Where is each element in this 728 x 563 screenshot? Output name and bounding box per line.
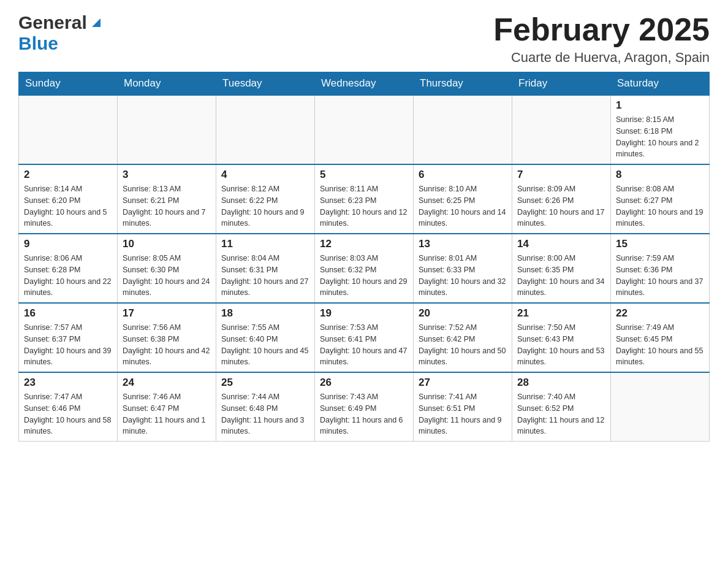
day-number: 23: [24, 377, 112, 389]
day-number: 14: [517, 238, 605, 250]
day-number: 12: [320, 238, 408, 250]
day-info: Sunrise: 7:56 AM Sunset: 6:38 PM Dayligh…: [123, 322, 211, 368]
calendar-cell: 26Sunrise: 7:43 AM Sunset: 6:49 PM Dayli…: [315, 372, 414, 442]
day-number: 16: [24, 307, 112, 320]
day-number: 7: [517, 169, 605, 181]
location: Cuarte de Huerva, Aragon, Spain: [493, 50, 710, 66]
day-info: Sunrise: 8:10 AM Sunset: 6:25 PM Dayligh…: [419, 183, 507, 229]
day-header-saturday: Saturday: [611, 72, 710, 96]
logo-triangle-icon: [89, 16, 103, 32]
calendar-cell: 11Sunrise: 8:04 AM Sunset: 6:31 PM Dayli…: [216, 234, 315, 303]
day-info: Sunrise: 8:14 AM Sunset: 6:20 PM Dayligh…: [24, 183, 112, 229]
day-number: 2: [24, 169, 112, 181]
day-number: 13: [419, 238, 507, 250]
month-title: February 2025: [493, 12, 710, 47]
day-info: Sunrise: 7:52 AM Sunset: 6:42 PM Dayligh…: [419, 322, 507, 368]
day-info: Sunrise: 7:49 AM Sunset: 6:45 PM Dayligh…: [616, 322, 704, 368]
calendar-week-row: 9Sunrise: 8:06 AM Sunset: 6:28 PM Daylig…: [19, 234, 710, 303]
day-info: Sunrise: 7:40 AM Sunset: 6:52 PM Dayligh…: [517, 391, 605, 437]
calendar-cell: 28Sunrise: 7:40 AM Sunset: 6:52 PM Dayli…: [512, 372, 611, 442]
calendar-cell: [19, 95, 118, 164]
calendar-cell: [414, 95, 512, 164]
day-info: Sunrise: 8:05 AM Sunset: 6:30 PM Dayligh…: [123, 253, 211, 299]
day-info: Sunrise: 7:46 AM Sunset: 6:47 PM Dayligh…: [123, 391, 211, 437]
day-header-sunday: Sunday: [19, 72, 118, 96]
day-info: Sunrise: 8:15 AM Sunset: 6:18 PM Dayligh…: [616, 114, 704, 160]
calendar-week-row: 23Sunrise: 7:47 AM Sunset: 6:46 PM Dayli…: [19, 372, 710, 442]
day-header-thursday: Thursday: [414, 72, 512, 96]
calendar-cell: 24Sunrise: 7:46 AM Sunset: 6:47 PM Dayli…: [118, 372, 216, 442]
calendar-cell: 9Sunrise: 8:06 AM Sunset: 6:28 PM Daylig…: [19, 234, 118, 303]
calendar-cell: 20Sunrise: 7:52 AM Sunset: 6:42 PM Dayli…: [414, 303, 512, 372]
calendar-cell: 6Sunrise: 8:10 AM Sunset: 6:25 PM Daylig…: [414, 164, 512, 234]
day-info: Sunrise: 8:06 AM Sunset: 6:28 PM Dayligh…: [24, 253, 112, 299]
day-header-tuesday: Tuesday: [216, 72, 315, 96]
day-info: Sunrise: 8:01 AM Sunset: 6:33 PM Dayligh…: [419, 253, 507, 299]
calendar-cell: 16Sunrise: 7:57 AM Sunset: 6:37 PM Dayli…: [19, 303, 118, 372]
calendar-cell: 27Sunrise: 7:41 AM Sunset: 6:51 PM Dayli…: [414, 372, 512, 442]
day-number: 9: [24, 238, 112, 250]
calendar-cell: 8Sunrise: 8:08 AM Sunset: 6:27 PM Daylig…: [611, 164, 710, 234]
day-number: 22: [616, 307, 704, 320]
calendar-cell: [512, 95, 611, 164]
day-info: Sunrise: 8:00 AM Sunset: 6:35 PM Dayligh…: [517, 253, 605, 299]
day-header-friday: Friday: [512, 72, 611, 96]
calendar-cell: [216, 95, 315, 164]
calendar-cell: 13Sunrise: 8:01 AM Sunset: 6:33 PM Dayli…: [414, 234, 512, 303]
day-number: 6: [419, 169, 507, 181]
calendar-cell: 18Sunrise: 7:55 AM Sunset: 6:40 PM Dayli…: [216, 303, 315, 372]
day-info: Sunrise: 8:03 AM Sunset: 6:32 PM Dayligh…: [320, 253, 408, 299]
calendar-cell: 21Sunrise: 7:50 AM Sunset: 6:43 PM Dayli…: [512, 303, 611, 372]
day-number: 1: [616, 99, 704, 112]
page-header: General Blue February 2025 Cuarte de Hue…: [18, 12, 710, 66]
logo-blue-text: Blue: [18, 33, 58, 53]
day-info: Sunrise: 7:57 AM Sunset: 6:37 PM Dayligh…: [24, 322, 112, 368]
day-info: Sunrise: 7:44 AM Sunset: 6:48 PM Dayligh…: [221, 391, 309, 437]
svg-marker-0: [92, 18, 100, 27]
day-number: 28: [517, 377, 605, 389]
calendar-week-row: 1Sunrise: 8:15 AM Sunset: 6:18 PM Daylig…: [19, 95, 710, 164]
day-info: Sunrise: 7:43 AM Sunset: 6:49 PM Dayligh…: [320, 391, 408, 437]
day-number: 25: [221, 377, 309, 389]
day-info: Sunrise: 7:55 AM Sunset: 6:40 PM Dayligh…: [221, 322, 309, 368]
calendar-cell: [611, 372, 710, 442]
calendar-cell: 22Sunrise: 7:49 AM Sunset: 6:45 PM Dayli…: [611, 303, 710, 372]
calendar-cell: 12Sunrise: 8:03 AM Sunset: 6:32 PM Dayli…: [315, 234, 414, 303]
calendar-cell: 10Sunrise: 8:05 AM Sunset: 6:30 PM Dayli…: [118, 234, 216, 303]
day-number: 18: [221, 307, 309, 320]
day-number: 5: [320, 169, 408, 181]
day-info: Sunrise: 7:50 AM Sunset: 6:43 PM Dayligh…: [517, 322, 605, 368]
calendar-cell: 4Sunrise: 8:12 AM Sunset: 6:22 PM Daylig…: [216, 164, 315, 234]
calendar-cell: 2Sunrise: 8:14 AM Sunset: 6:20 PM Daylig…: [19, 164, 118, 234]
day-info: Sunrise: 8:04 AM Sunset: 6:31 PM Dayligh…: [221, 253, 309, 299]
day-header-wednesday: Wednesday: [315, 72, 414, 96]
title-block: February 2025 Cuarte de Huerva, Aragon, …: [493, 12, 710, 66]
day-info: Sunrise: 8:08 AM Sunset: 6:27 PM Dayligh…: [616, 183, 704, 229]
calendar-cell: [118, 95, 216, 164]
day-number: 4: [221, 169, 309, 181]
day-info: Sunrise: 7:41 AM Sunset: 6:51 PM Dayligh…: [419, 391, 507, 437]
day-number: 15: [616, 238, 704, 250]
day-info: Sunrise: 8:13 AM Sunset: 6:21 PM Dayligh…: [123, 183, 211, 229]
calendar-header-row: SundayMondayTuesdayWednesdayThursdayFrid…: [19, 72, 710, 96]
day-number: 10: [123, 238, 211, 250]
calendar-cell: 1Sunrise: 8:15 AM Sunset: 6:18 PM Daylig…: [611, 95, 710, 164]
day-number: 20: [419, 307, 507, 320]
calendar-cell: 7Sunrise: 8:09 AM Sunset: 6:26 PM Daylig…: [512, 164, 611, 234]
calendar-cell: 19Sunrise: 7:53 AM Sunset: 6:41 PM Dayli…: [315, 303, 414, 372]
day-number: 24: [123, 377, 211, 389]
calendar-cell: 5Sunrise: 8:11 AM Sunset: 6:23 PM Daylig…: [315, 164, 414, 234]
calendar-cell: 3Sunrise: 8:13 AM Sunset: 6:21 PM Daylig…: [118, 164, 216, 234]
day-number: 8: [616, 169, 704, 181]
day-number: 21: [517, 307, 605, 320]
day-number: 17: [123, 307, 211, 320]
calendar-cell: 15Sunrise: 7:59 AM Sunset: 6:36 PM Dayli…: [611, 234, 710, 303]
day-info: Sunrise: 7:53 AM Sunset: 6:41 PM Dayligh…: [320, 322, 408, 368]
day-info: Sunrise: 8:12 AM Sunset: 6:22 PM Dayligh…: [221, 183, 309, 229]
calendar-table: SundayMondayTuesdayWednesdayThursdayFrid…: [18, 72, 710, 442]
day-info: Sunrise: 8:11 AM Sunset: 6:23 PM Dayligh…: [320, 183, 408, 229]
logo-general-text: General: [18, 12, 87, 33]
day-number: 11: [221, 238, 309, 250]
day-number: 3: [123, 169, 211, 181]
calendar-cell: 14Sunrise: 8:00 AM Sunset: 6:35 PM Dayli…: [512, 234, 611, 303]
